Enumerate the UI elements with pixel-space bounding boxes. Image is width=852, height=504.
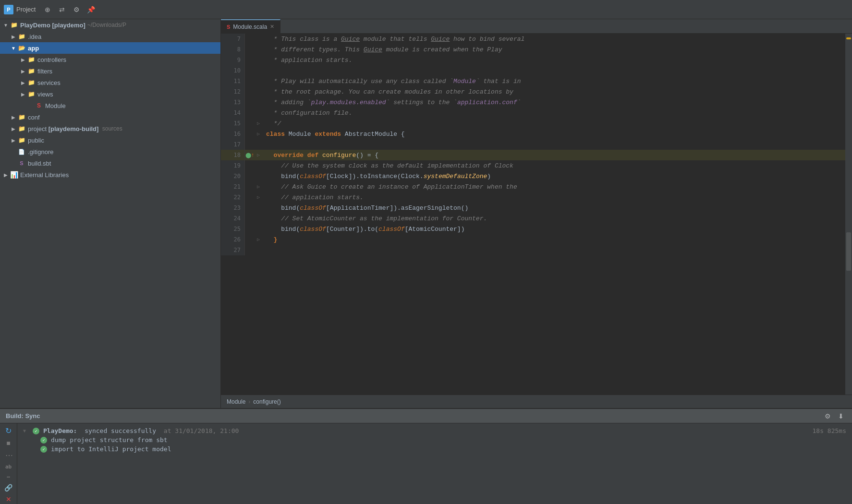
tree-item-app[interactable]: 📂 app: [0, 42, 220, 54]
log-expand-main[interactable]: ▼: [23, 428, 29, 433]
code-container: 7 * This class is a Guice module that te…: [221, 34, 852, 395]
build-log-child1: ✓ dump project structure from sbt: [40, 436, 846, 444]
tree-item-project[interactable]: 📁 project [playdemo-build] sources: [0, 123, 220, 134]
text-action-icon2[interactable]: ⋯: [2, 474, 15, 480]
line-num-14: 14: [221, 108, 245, 118]
minimap-marker-top: [846, 37, 851, 39]
globe-icon[interactable]: ⊕: [42, 4, 53, 15]
fold-26[interactable]: ▷: [255, 237, 262, 242]
line-num-22: 22: [221, 192, 245, 203]
log-child2-message: import to IntelliJ project model: [51, 445, 171, 453]
gear-icon[interactable]: ⚙: [71, 4, 82, 15]
code-line-16: 16 ▷ class Module extends AbstractModule…: [221, 129, 845, 139]
tab-module-scala[interactable]: S Module.scala ✕: [221, 19, 280, 33]
sync-icon[interactable]: ⇄: [57, 4, 67, 15]
folder-icon-filters: 📁: [27, 67, 36, 75]
pin-icon[interactable]: 📌: [85, 4, 96, 15]
tree-arrow-app: [10, 44, 17, 52]
expand-action-icon[interactable]: ⋯: [2, 451, 15, 460]
fold-15[interactable]: ▷: [255, 120, 262, 126]
controllers-label: controllers: [37, 56, 66, 63]
tree-item-idea[interactable]: 📁 .idea: [0, 31, 220, 42]
code-line-25: 25 bind(classOf[Counter]).to(classOf[Ato…: [221, 224, 845, 234]
line-content-20: bind(classOf[Clock]).toInstance(Clock.sy…: [262, 171, 845, 181]
tree-item-filters[interactable]: 📁 filters: [0, 65, 220, 77]
breadcrumb-module[interactable]: Module: [227, 398, 245, 405]
minimap-scroll-thumb: [846, 232, 851, 271]
line-content-15: */: [262, 118, 845, 129]
line-content-10: [262, 65, 845, 76]
build-panel-header: Build: Sync ⚙ ⬇: [0, 409, 852, 423]
code-line-21: 21 ▷ // Ask Guice to create an instance …: [221, 181, 845, 192]
tree-item-ext-libs[interactable]: 📊 External Libraries: [0, 169, 220, 180]
tree-item-views[interactable]: 📁 views: [0, 88, 220, 100]
sbt-icon: S: [17, 159, 26, 168]
line-num-26: 26: [221, 234, 245, 245]
tree-item-buildsbt[interactable]: S build.sbt: [0, 157, 220, 169]
tab-close-module[interactable]: ✕: [270, 24, 274, 30]
tree-arrow-idea: [10, 33, 17, 40]
stop-action-icon[interactable]: ■: [2, 439, 15, 447]
line-content-7: * This class is a Guice module that tell…: [262, 34, 845, 44]
code-line-13: 13 * adding `play.modules.enabled` setti…: [221, 97, 845, 108]
close-action-icon[interactable]: ✕: [2, 495, 15, 503]
main-area: 📁 PlayDemo [playdemo] ~/Downloads/P 📁 .i…: [0, 19, 852, 408]
code-line-17: 17: [221, 139, 845, 150]
project-tree: 📁 PlayDemo [playdemo] ~/Downloads/P 📁 .i…: [0, 19, 220, 408]
tree-item-public[interactable]: 📁 public: [0, 134, 220, 146]
fold-21[interactable]: ▷: [255, 184, 262, 190]
line-content-26: }: [262, 234, 845, 245]
editor-area: S Module.scala ✕ 7 * This class is a Gui…: [221, 19, 852, 408]
tree-arrow-views: [19, 90, 27, 98]
link-action-icon[interactable]: 🔗: [2, 484, 15, 492]
playdemo-path: ~/Downloads/P: [87, 22, 126, 28]
code-line-26: 26 ▷ }: [221, 234, 845, 245]
build-log-child2: ✓ import to IntelliJ project model: [40, 445, 846, 453]
sync-action-icon[interactable]: ↻: [2, 426, 15, 435]
build-settings-icon[interactable]: ⚙: [822, 411, 833, 421]
fold-18[interactable]: ▷: [255, 152, 262, 158]
line-content-17: [262, 139, 845, 150]
folder-icon-idea: 📁: [17, 32, 26, 41]
playdemo-label: PlayDemo: [20, 22, 50, 29]
code-line-15: 15 ▷ */: [221, 118, 845, 129]
line-content-21: // Ask Guice to create an instance of Ap…: [262, 181, 845, 192]
tree-item-module-file[interactable]: S Module: [0, 100, 220, 111]
code-line-10: 10: [221, 65, 845, 76]
tree-item-services[interactable]: 📁 services: [0, 77, 220, 88]
module-file-label: Module: [45, 102, 66, 109]
views-label: views: [37, 91, 53, 98]
tree-item-conf[interactable]: 📁 conf: [0, 111, 220, 123]
fold-16[interactable]: ▷: [255, 131, 262, 137]
project-label: project: [28, 125, 47, 132]
code-line-20: 20 bind(classOf[Clock]).toInstance(Clock…: [221, 171, 845, 181]
build-log: ▼ ✓ PlayDemo: synced successfully at 31/…: [17, 423, 852, 504]
tab-scala-icon: S: [227, 24, 230, 30]
build-download-icon[interactable]: ⬇: [836, 411, 846, 421]
code-editor[interactable]: 7 * This class is a Guice module that te…: [221, 34, 845, 395]
line-num-27: 27: [221, 245, 245, 255]
line-content-27: [262, 245, 845, 255]
line-content-8: * different types. This Guice module is …: [262, 44, 845, 55]
bottom-panel: Build: Sync ⚙ ⬇ ↻ ■ ⋯ ab ⋯ 🔗 ✕ ▼ ✓ PlayD…: [0, 408, 852, 504]
log-ok-icon-child2: ✓: [40, 446, 47, 453]
code-line-8: 8 * different types. This Guice module i…: [221, 44, 845, 55]
text-action-icon[interactable]: ab: [2, 464, 15, 470]
idea-label: .idea: [28, 33, 41, 40]
tree-item-controllers[interactable]: 📁 controllers: [0, 54, 220, 65]
line-content-23: bind(classOf[ApplicationTimer]).asEagerS…: [262, 203, 845, 213]
services-label: services: [37, 79, 61, 86]
tree-arrow-controllers: [19, 56, 27, 63]
fold-22[interactable]: ▷: [255, 194, 262, 200]
buildsbt-label: build.sbt: [28, 160, 51, 167]
line-num-23: 23: [221, 203, 245, 213]
tree-item-playdemo[interactable]: 📁 PlayDemo [playdemo] ~/Downloads/P: [0, 19, 220, 31]
line-content-14: * configuration file.: [262, 108, 845, 118]
scroll-minimap[interactable]: [845, 34, 852, 395]
log-project-name: PlayDemo:: [43, 427, 77, 434]
project-icon: P: [4, 5, 13, 14]
code-line-24: 24 // Set AtomicCounter as the implement…: [221, 213, 845, 224]
line-num-20: 20: [221, 171, 245, 181]
tree-item-gitignore[interactable]: 📄 .gitignore: [0, 146, 220, 157]
folder-icon-views: 📁: [27, 90, 36, 98]
